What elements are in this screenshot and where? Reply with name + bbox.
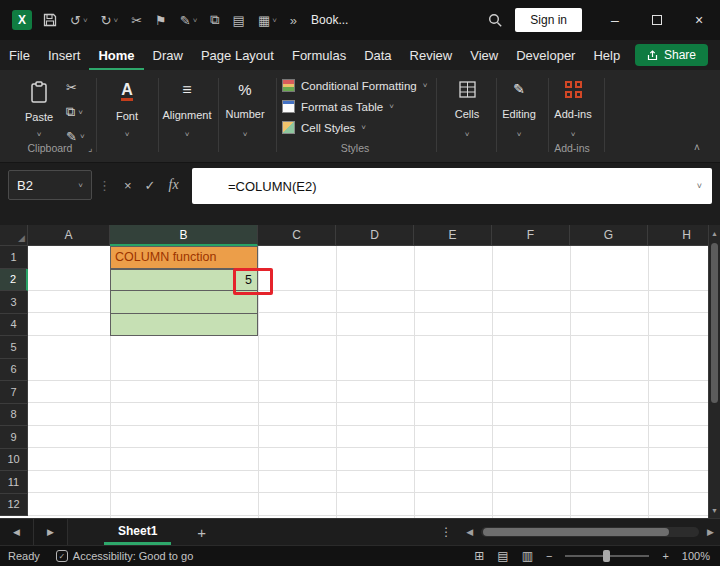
cells-area[interactable]: COLUMN function 5 <box>28 246 708 518</box>
editing-button[interactable]: ✎ Editing ˅ <box>492 77 546 143</box>
maximize-button[interactable] <box>636 0 678 40</box>
tab-formulas[interactable]: Formulas <box>283 40 355 70</box>
horizontal-scrollbar-track[interactable] <box>481 527 699 537</box>
accessibility-status[interactable]: ✓ Accessibility: Good to go <box>56 550 193 562</box>
alignment-button[interactable]: ≡ Alignment ˅ <box>160 77 214 143</box>
tab-draw[interactable]: Draw <box>144 40 192 70</box>
drag-handle-icon[interactable]: ⋮ <box>98 178 111 193</box>
sign-in-button[interactable]: Sign in <box>515 8 582 32</box>
add-ins-group-label: Add-ins <box>540 142 604 154</box>
tab-developer[interactable]: Developer <box>507 40 584 70</box>
select-all-corner[interactable]: ◢ <box>0 225 28 246</box>
zoom-slider-thumb[interactable] <box>603 550 610 562</box>
paste-button[interactable]: Paste ˅ <box>16 77 62 143</box>
clipboard-group-label: Clipboard <box>10 142 90 154</box>
insert-function-icon[interactable]: fx <box>169 177 179 193</box>
zoom-level[interactable]: 100% <box>682 550 710 562</box>
row-header-12[interactable]: 12 <box>0 494 28 517</box>
row-header-7[interactable]: 7 <box>0 381 28 404</box>
search-icon[interactable] <box>488 13 503 28</box>
row-header-8[interactable]: 8 <box>0 404 28 427</box>
tab-file[interactable]: File <box>0 40 39 70</box>
scroll-down-icon[interactable]: ▼ <box>709 502 720 518</box>
next-sheet-icon[interactable]: ▶ <box>34 519 68 545</box>
row-header-6[interactable]: 6 <box>0 359 28 382</box>
vertical-scrollbar[interactable]: ▲ ▼ <box>708 225 720 518</box>
collapse-ribbon-icon[interactable]: ˄ <box>694 142 700 153</box>
scroll-left-icon[interactable]: ◀ <box>466 527 473 537</box>
copy-button[interactable]: ⧉˅ <box>66 104 85 120</box>
row-header-5[interactable]: 5 <box>0 336 28 359</box>
cell-styles-button[interactable]: Cell Styles ˅ <box>282 121 427 134</box>
cut-button[interactable]: ✂ <box>66 80 85 95</box>
scroll-right-icon[interactable]: ▶ <box>707 527 714 537</box>
cancel-icon[interactable]: × <box>124 178 132 193</box>
formula-input[interactable]: =COLUMN(E2) ˅ <box>192 168 712 204</box>
number-button[interactable]: % Number ˅ <box>218 77 272 143</box>
enter-icon[interactable]: ✓ <box>145 178 156 193</box>
previous-sheet-icon[interactable]: ◀ <box>0 519 34 545</box>
flag-icon[interactable]: ⚑ <box>155 13 167 28</box>
normal-view-icon[interactable]: ⊞ <box>474 549 484 563</box>
minimize-button[interactable]: – <box>594 0 636 40</box>
dialog-launcher-icon[interactable]: ⌟ <box>88 143 92 153</box>
tab-page-layout[interactable]: Page Layout <box>192 40 283 70</box>
font-button[interactable]: A Font ˅ <box>100 77 154 143</box>
row-header-9[interactable]: 9 <box>0 426 28 449</box>
chart-icon[interactable]: ▤ <box>233 13 245 28</box>
row-header-1[interactable]: 1 <box>0 246 28 269</box>
add-ins-button[interactable]: Add-ins ˅ <box>546 77 600 143</box>
zoom-in-button[interactable]: + <box>662 550 668 562</box>
tab-help[interactable]: Help <box>584 40 629 70</box>
zoom-out-button[interactable]: − <box>546 550 552 562</box>
page-break-view-icon[interactable]: ▥ <box>522 549 533 563</box>
tab-home[interactable]: Home <box>89 40 143 70</box>
column-header-b[interactable]: B <box>110 225 258 246</box>
name-box[interactable]: B2 ˅ <box>8 170 92 200</box>
group-separator <box>96 78 97 152</box>
row-header-3[interactable]: 3 <box>0 291 28 314</box>
column-header-d[interactable]: D <box>336 225 414 246</box>
column-header-g[interactable]: G <box>570 225 648 246</box>
tab-view[interactable]: View <box>461 40 507 70</box>
sheet-options-icon[interactable]: ⋮ <box>440 525 452 539</box>
new-sheet-button[interactable]: + <box>197 524 206 541</box>
red-highlight-annotation <box>233 268 273 295</box>
horizontal-scrollbar-thumb[interactable] <box>483 528 669 536</box>
row-header-2[interactable]: 2 <box>0 269 28 292</box>
row-header-11[interactable]: 11 <box>0 471 28 494</box>
zoom-slider[interactable] <box>565 555 649 557</box>
toolbar-overflow-icon[interactable]: » <box>290 13 297 28</box>
cell-b4[interactable] <box>110 314 258 337</box>
column-header-f[interactable]: F <box>492 225 570 246</box>
row-header-4[interactable]: 4 <box>0 314 28 337</box>
cell-b1[interactable]: COLUMN function <box>110 246 258 269</box>
column-header-c[interactable]: C <box>258 225 336 246</box>
page-layout-view-icon[interactable]: ▤ <box>497 549 508 563</box>
save-icon[interactable] <box>43 13 57 27</box>
tab-insert[interactable]: Insert <box>39 40 90 70</box>
column-header-h[interactable]: H <box>648 225 708 246</box>
format-as-table-button[interactable]: Format as Table ˅ <box>282 100 427 113</box>
gridline <box>336 246 337 518</box>
scroll-up-icon[interactable]: ▲ <box>709 225 720 241</box>
clipboard-small-buttons: ✂ ⧉˅ ✎˅ <box>66 80 85 144</box>
copy-icon[interactable]: ⧉ <box>210 12 219 28</box>
undo-icon[interactable]: ↺˅ <box>70 13 88 28</box>
table-icon[interactable]: ▦˅ <box>258 13 277 28</box>
draw-icon[interactable]: ✎˅ <box>180 13 198 28</box>
vertical-scrollbar-thumb[interactable] <box>711 243 718 403</box>
close-button[interactable]: × <box>678 0 720 40</box>
expand-formula-bar-icon[interactable]: ˅ <box>697 181 702 191</box>
tab-data[interactable]: Data <box>355 40 400 70</box>
row-header-10[interactable]: 10 <box>0 449 28 472</box>
share-button[interactable]: Share <box>635 44 708 66</box>
column-header-a[interactable]: A <box>28 225 110 246</box>
conditional-formatting-button[interactable]: Conditional Formatting ˅ <box>282 79 427 92</box>
sheet-tab-sheet1[interactable]: Sheet1 <box>104 519 171 545</box>
tab-review[interactable]: Review <box>401 40 462 70</box>
cut-icon[interactable]: ✂ <box>131 13 142 28</box>
column-header-e[interactable]: E <box>414 225 492 246</box>
cells-button[interactable]: Cells ˅ <box>440 77 494 143</box>
redo-icon[interactable]: ↻˅ <box>101 13 119 28</box>
